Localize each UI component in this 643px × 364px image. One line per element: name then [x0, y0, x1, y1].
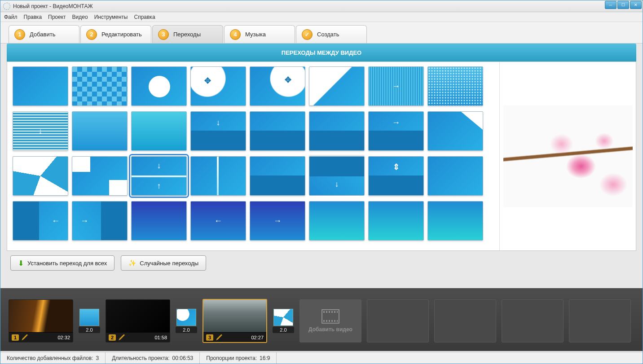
- transition-thumb[interactable]: →: [368, 111, 424, 151]
- tab-transitions[interactable]: 3 Переходы: [152, 25, 223, 43]
- tab-add[interactable]: 1 Добавить: [9, 25, 79, 43]
- transition-thumb[interactable]: [13, 66, 68, 106]
- edit-icon[interactable]: [119, 334, 125, 341]
- transition-thumb[interactable]: ←⇔: [13, 201, 68, 241]
- arrow-right-icon: →: [273, 216, 282, 226]
- clip-duration: 02:27: [251, 335, 264, 340]
- transition-thumb[interactable]: [309, 66, 365, 106]
- edit-icon[interactable]: [22, 334, 28, 341]
- clip-duration: 02:32: [57, 335, 70, 340]
- main-area: ✥ ✥ ✥ → ↓ ↓ ← → → ↓↑ ↑ ↓ ⇕⇕ ←⇔ →: [7, 61, 636, 251]
- transition-thumb[interactable]: [309, 201, 365, 241]
- arrow-right-icon: →: [80, 216, 88, 226]
- transition-thumb[interactable]: ↓: [309, 156, 365, 196]
- timeline-clip[interactable]: 1 02:32: [9, 299, 73, 342]
- transition-thumb[interactable]: [13, 156, 68, 196]
- transition-thumb[interactable]: [427, 156, 483, 196]
- download-arrow-icon: ⬇: [18, 259, 24, 268]
- transition-chip-duration: 2.0: [79, 327, 100, 333]
- transition-thumb[interactable]: [131, 201, 187, 241]
- menu-edit[interactable]: Правка: [24, 14, 42, 20]
- move-icon: ✥: [156, 81, 163, 91]
- transition-thumb[interactable]: ✥: [131, 66, 187, 106]
- clip-info-bar: 1 02:32: [9, 332, 73, 342]
- transition-thumb[interactable]: ↑: [250, 156, 305, 196]
- menu-video[interactable]: Видео: [72, 14, 88, 20]
- timeline-clip-selected[interactable]: 3 02:27: [203, 299, 267, 343]
- statusbar: Количество добавленных файлов: 3 Длитель…: [0, 352, 643, 364]
- transition-thumb[interactable]: [427, 111, 483, 151]
- transition-thumb[interactable]: →: [250, 201, 305, 241]
- step-tabs: 1 Добавить 2 Редактировать 3 Переходы 4 …: [0, 22, 643, 44]
- transition-thumb-selected[interactable]: ↓↑: [131, 156, 187, 196]
- transition-thumb[interactable]: →: [368, 66, 424, 106]
- clip-info-bar: 3 02:27: [203, 332, 266, 342]
- transition-chip-thumb: [79, 309, 99, 326]
- timeline-transition[interactable]: 2.0: [79, 309, 100, 333]
- clip-number: 1: [12, 334, 19, 341]
- status-files-label: Количество добавленных файлов:: [7, 355, 93, 361]
- transition-thumb[interactable]: [190, 156, 246, 196]
- edit-icon[interactable]: [216, 334, 222, 341]
- transition-thumb[interactable]: [72, 156, 128, 196]
- step-2-badge: 2: [86, 29, 97, 40]
- transition-thumb[interactable]: [427, 66, 483, 106]
- menu-help[interactable]: Справка: [134, 14, 155, 20]
- clip-thumbnail: [106, 300, 170, 332]
- clip-duration: 01:58: [154, 335, 167, 340]
- menu-project[interactable]: Проект: [48, 14, 66, 20]
- transition-thumb[interactable]: →⇔: [72, 201, 128, 241]
- actions-row: ⬇ Установить переход для всех ✨ Случайны…: [0, 251, 643, 271]
- arrow-up-icon: ↑: [157, 181, 161, 191]
- timeline-clip[interactable]: 2 01:58: [106, 299, 170, 342]
- arrow-left-icon: ←: [214, 216, 222, 226]
- transition-thumb[interactable]: →: [309, 111, 365, 151]
- transition-preview: [503, 105, 633, 207]
- transition-thumb[interactable]: ↓: [190, 111, 246, 151]
- menu-file[interactable]: Файл: [4, 14, 18, 20]
- transition-thumb[interactable]: ✥: [190, 66, 246, 106]
- arrow-down-icon: ↓: [216, 118, 220, 127]
- transition-chip-thumb: [176, 309, 196, 326]
- preview-pane: [499, 62, 636, 250]
- tab-music[interactable]: 4 Музыка: [224, 25, 295, 43]
- transition-thumb[interactable]: ↓: [13, 111, 68, 151]
- transition-thumb[interactable]: [131, 111, 187, 151]
- close-button[interactable]: ✕: [630, 1, 642, 9]
- move-icon: ✥: [285, 75, 291, 85]
- menu-tools[interactable]: Инструменты: [94, 14, 128, 20]
- arrow-right-icon: →: [392, 82, 400, 91]
- arrow-up-icon: ↑: [276, 180, 280, 189]
- status-aspect-label: Пропорции проекта:: [206, 355, 257, 361]
- random-transitions-button[interactable]: ✨ Случайные переходы: [121, 255, 206, 271]
- apply-transition-all-button[interactable]: ⬇ Установить переход для всех: [10, 255, 115, 271]
- arrow-left-icon: ←: [273, 135, 282, 145]
- timeline-transition[interactable]: 2.0: [176, 309, 197, 333]
- transition-chip-duration: 2.0: [176, 327, 197, 333]
- apply-all-label: Установить переход для всех: [27, 260, 107, 267]
- timeline-transition[interactable]: 2.0: [273, 309, 294, 333]
- random-label: Случайные переходы: [140, 260, 198, 267]
- minimize-button[interactable]: ─: [605, 1, 617, 9]
- collapse-icon: ⇕: [393, 181, 400, 191]
- transition-thumb[interactable]: [427, 201, 483, 241]
- maximize-button[interactable]: ☐: [617, 1, 629, 9]
- transition-gallery[interactable]: ✥ ✥ ✥ → ↓ ↓ ← → → ↓↑ ↑ ↓ ⇕⇕ ←⇔ →: [7, 62, 499, 250]
- collapse-h-icon: ⇔: [114, 216, 121, 226]
- add-video-label: Добавить видео: [308, 326, 352, 333]
- collapse-icon: ⇕: [393, 162, 400, 172]
- tab-create[interactable]: ✓ Создать: [296, 25, 367, 43]
- status-aspect: Пропорции проекта: 16:9: [200, 352, 277, 364]
- transition-thumb[interactable]: ⇕⇕: [368, 156, 424, 196]
- step-5-label: Создать: [317, 31, 339, 38]
- timeline-placeholder: [502, 299, 564, 342]
- transition-thumb[interactable]: ←: [250, 111, 305, 151]
- transition-thumb[interactable]: [72, 111, 128, 151]
- menubar: Файл Правка Проект Видео Инструменты Спр…: [0, 12, 643, 22]
- transition-thumb[interactable]: ✥: [250, 66, 305, 106]
- tab-edit[interactable]: 2 Редактировать: [80, 25, 151, 43]
- add-video-slot[interactable]: Добавить видео: [299, 299, 361, 342]
- transition-thumb[interactable]: [368, 201, 424, 241]
- transition-thumb[interactable]: ←: [190, 201, 246, 241]
- transition-thumb[interactable]: [72, 66, 128, 106]
